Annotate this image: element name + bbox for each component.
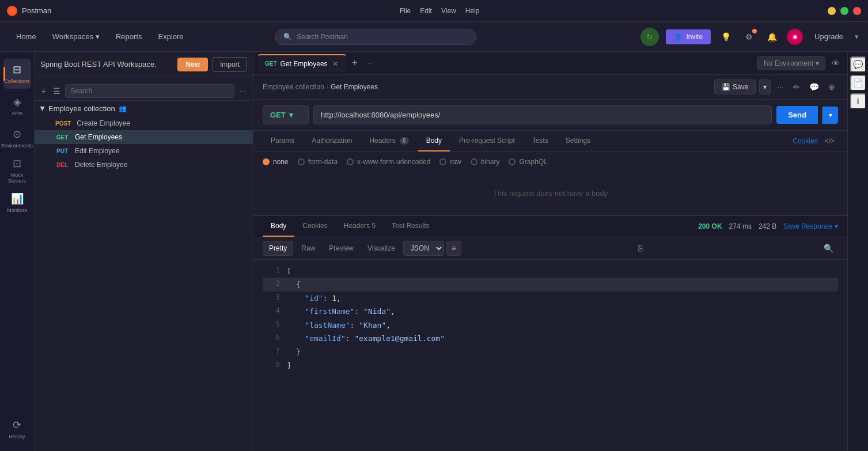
comment-panel-button[interactable]: 💬 xyxy=(850,56,866,73)
menu-file[interactable]: File xyxy=(400,7,411,15)
send-button[interactable]: Send xyxy=(776,106,818,124)
new-button[interactable]: New xyxy=(177,58,208,71)
body-option-form-data[interactable]: form-data xyxy=(298,158,338,166)
save-response-button[interactable]: Save Response ▾ xyxy=(783,222,838,230)
list-item[interactable]: DEL Delete Employee xyxy=(35,158,253,172)
json-line: 7 } xyxy=(263,345,838,358)
method-badge-get: GET xyxy=(53,134,71,141)
search-bar[interactable]: 🔍 Search Postman xyxy=(275,29,476,45)
tab-tests[interactable]: Tests xyxy=(524,131,556,151)
more-tabs-button[interactable]: ··· xyxy=(363,59,376,67)
settings-button[interactable]: ⚙ xyxy=(741,29,757,45)
sidebar-item-history[interactable]: ⟳ History xyxy=(3,414,31,444)
collection-toolbar: Spring Boot REST API Workspace. New Impo… xyxy=(35,52,253,77)
method-select[interactable]: GET ▾ xyxy=(263,105,309,124)
tab-close-button[interactable]: ✕ xyxy=(331,60,339,68)
nav-home[interactable]: Home xyxy=(9,29,43,44)
radio-graphql xyxy=(509,158,516,165)
environment-selector[interactable]: No Environment ▾ xyxy=(757,56,825,70)
info-button[interactable]: ⊕ xyxy=(825,79,838,94)
response-size: 242 B xyxy=(759,222,776,230)
tab-authorization[interactable]: Authorization xyxy=(304,131,360,151)
cookies-link[interactable]: Cookies xyxy=(789,131,821,151)
sidebar-label-apis: APIs xyxy=(12,111,22,116)
search-response-button[interactable]: 🔍 xyxy=(819,241,838,255)
collection-header[interactable]: ▶ Employee collection 👥 xyxy=(35,101,253,116)
sidebar-label-monitors: Monitors xyxy=(7,207,27,213)
docs-panel-button[interactable]: 📄 xyxy=(850,75,866,91)
resp-raw-button[interactable]: Raw xyxy=(295,241,321,255)
comment-button[interactable]: 💬 xyxy=(806,79,822,94)
response-time: 274 ms xyxy=(729,222,752,230)
resp-tab-body[interactable]: Body xyxy=(263,216,294,237)
collection-members-icon: 👥 xyxy=(119,105,127,112)
mock-servers-icon: ⊡ xyxy=(13,157,21,170)
list-item[interactable]: GET Get Employees xyxy=(35,130,253,144)
list-item[interactable]: PUT Edit Employee xyxy=(35,144,253,158)
resp-visualize-button[interactable]: Visualize xyxy=(362,241,401,255)
sidebar-item-apis[interactable]: ◈ APIs xyxy=(3,91,31,121)
invite-button[interactable]: 👤 Invite xyxy=(666,29,711,44)
save-button[interactable]: 💾 Save xyxy=(714,79,756,94)
tab-pre-request[interactable]: Pre-request Script xyxy=(451,131,523,151)
tab-get-employees[interactable]: GET Get Employees ✕ xyxy=(258,54,346,73)
json-line: 5 "lastName": "Khan", xyxy=(263,319,838,332)
filter-button[interactable]: ≡ xyxy=(446,241,461,256)
sync-icon[interactable]: ↻ xyxy=(640,28,659,46)
send-dropdown-button[interactable]: ▾ xyxy=(822,107,838,124)
minimize-button[interactable] xyxy=(828,7,836,15)
sidebar-item-environments[interactable]: ⊙ Environments xyxy=(3,123,31,153)
sidebar-item-collections[interactable]: ⊟ Collections xyxy=(3,59,31,89)
close-button[interactable] xyxy=(853,7,861,15)
resp-preview-button[interactable]: Preview xyxy=(323,241,359,255)
menu-edit[interactable]: Edit xyxy=(420,7,432,15)
info-panel-button[interactable]: ℹ xyxy=(850,93,866,109)
menu-help[interactable]: Help xyxy=(465,7,480,15)
tab-body[interactable]: Body xyxy=(418,131,450,151)
sidebar-item-mock-servers[interactable]: ⊡ Mock Servers xyxy=(3,156,31,185)
resp-tab-cookies[interactable]: Cookies xyxy=(294,216,335,237)
nav-workspaces[interactable]: Workspaces ▾ xyxy=(46,29,107,44)
add-tab-button[interactable]: + xyxy=(347,57,363,69)
sync-indicator: ↻ xyxy=(646,32,653,41)
nav-explore[interactable]: Explore xyxy=(151,29,191,44)
body-option-urlencoded[interactable]: x-www-form-urlencoded xyxy=(347,158,430,166)
more-options-button[interactable]: ··· xyxy=(237,84,248,98)
nav-links: Home Workspaces ▾ Reports Explore xyxy=(9,29,191,44)
url-input[interactable] xyxy=(313,105,772,124)
body-option-none[interactable]: none xyxy=(263,158,289,166)
add-collection-button[interactable]: + xyxy=(39,84,48,98)
body-option-binary[interactable]: binary xyxy=(471,158,500,166)
breadcrumb-separator: / xyxy=(327,83,328,91)
avatar[interactable]: ◉ xyxy=(787,29,803,45)
tab-headers[interactable]: Headers 6 xyxy=(361,131,416,151)
notifications-button[interactable]: 🔔 xyxy=(764,29,780,45)
resp-tab-headers[interactable]: Headers 5 xyxy=(336,216,384,237)
resp-tab-test-results[interactable]: Test Results xyxy=(384,216,437,237)
collection-search-input[interactable] xyxy=(65,84,234,98)
more-options-button[interactable]: ··· xyxy=(774,79,787,94)
body-option-graphql[interactable]: GraphQL xyxy=(509,158,547,166)
import-button[interactable]: Import xyxy=(213,57,247,72)
save-dropdown-button[interactable]: ▾ xyxy=(759,79,771,94)
upgrade-button[interactable]: Upgrade xyxy=(810,30,848,43)
tab-settings[interactable]: Settings xyxy=(558,131,598,151)
tab-params[interactable]: Params xyxy=(263,131,302,151)
breadcrumb-current: Get Employees xyxy=(331,83,378,91)
list-item[interactable]: POST Create Employee xyxy=(35,116,253,130)
nav-reports[interactable]: Reports xyxy=(109,29,149,44)
edit-button[interactable]: ✏ xyxy=(790,79,803,94)
maximize-button[interactable] xyxy=(840,7,848,15)
lightbulb-button[interactable]: 💡 xyxy=(718,29,734,45)
copy-button[interactable]: ⎘ xyxy=(634,241,647,255)
resp-pretty-button[interactable]: Pretty xyxy=(263,241,293,256)
format-type-select[interactable]: JSON xyxy=(403,241,444,256)
body-option-raw[interactable]: raw xyxy=(439,158,461,166)
menu-view[interactable]: View xyxy=(441,7,456,15)
eye-button[interactable]: 👁 xyxy=(829,56,843,71)
code-icon[interactable]: </> xyxy=(821,131,838,151)
collections-icon: ⊟ xyxy=(13,63,21,76)
upgrade-chevron-icon[interactable]: ▾ xyxy=(855,32,859,41)
filter-button[interactable]: ☰ xyxy=(51,84,63,98)
sidebar-item-monitors[interactable]: 📊 Monitors xyxy=(3,188,31,218)
